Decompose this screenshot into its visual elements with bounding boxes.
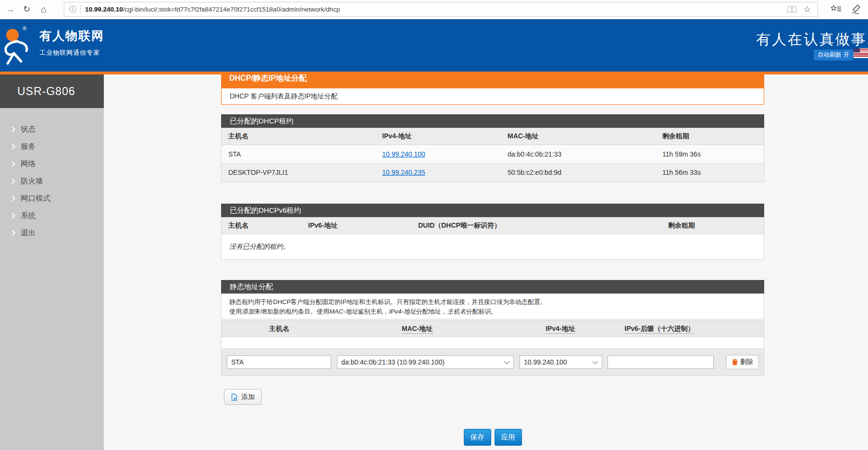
sidebar-item-label: 网络	[21, 159, 36, 169]
sidebar-item-label: 状态	[21, 124, 36, 134]
save-button[interactable]: 保存	[464, 429, 491, 446]
form-actions: 保存 应用	[221, 429, 764, 446]
lease-remaining: 11h 59m 36s	[656, 150, 764, 158]
web-note-pen-icon[interactable]	[851, 4, 861, 16]
chevron-right-icon	[10, 126, 15, 132]
sidebar-item-label: 防火墙	[21, 176, 43, 186]
lease-hostname: DESKTOP-VP7JLI1	[222, 169, 375, 176]
delete-button[interactable]: 删除	[726, 355, 759, 369]
col-ipv6-suffix: IPv6-后缀（十六进制）	[624, 325, 694, 334]
chevron-right-icon	[10, 178, 15, 183]
sidebar-item-logout[interactable]: 退出	[0, 224, 104, 242]
col-lease-remaining: 剩余租期	[656, 132, 764, 141]
sidebar-item-label: 网口模式	[21, 194, 50, 204]
apply-button[interactable]: 应用	[495, 429, 522, 446]
add-button-label: 添加	[241, 393, 255, 401]
brand-title: 有人物联网	[39, 28, 104, 44]
sidebar-item-network[interactable]: 网络	[0, 155, 104, 172]
url-text[interactable]: 10.99.240.10/cgi-bin/luci/;stok=fd77c7f2…	[85, 6, 787, 13]
description-line2: 使用添加来增加新的租约条目。使用MAC-地址鉴别主机，IPv4-地址分配地址，主…	[229, 307, 756, 316]
chevron-right-icon	[10, 230, 15, 235]
col-duid: DUID（DHCP唯一标识符）	[411, 221, 661, 230]
mac-address-select[interactable]: da:b0:4c:0b:21:33 (10.99.240.100)	[337, 355, 514, 369]
header-slogan: 有人在认真做事	[756, 30, 867, 49]
add-document-icon	[231, 393, 238, 401]
hub-favorites-icon[interactable]	[831, 5, 842, 15]
add-button[interactable]: 添加	[224, 389, 261, 405]
refresh-icon[interactable]: ↻	[23, 3, 30, 15]
section-title-dhcp-leases: 已分配的DHCP租约	[221, 114, 764, 128]
col-mac: MAC-地址	[501, 132, 656, 141]
ipv4-address-select[interactable]: 10.99.240.100	[520, 355, 602, 369]
brand-block: 有人物联网 工业物联网通信专家	[39, 28, 104, 57]
page-subtitle: DHCP 客户端列表及静态IP地址分配	[221, 88, 764, 105]
device-name: USR-G806	[0, 74, 104, 108]
sidebar-item-services[interactable]: 服务	[0, 138, 104, 155]
col-ipv4: IPv4-地址	[546, 325, 575, 334]
svg-text:®: ®	[23, 25, 26, 31]
app-header: ® 有人物联网 工业物联网通信专家 有人在认真做事 自动刷新 开	[0, 19, 868, 72]
trash-icon	[732, 359, 738, 365]
favorite-star-icon[interactable]: ☆	[804, 4, 811, 14]
dhcpv6-leases-table: 主机名 IPv6-地址 DUID（DHCP唯一标识符） 剩余租期 没有已分配的租…	[221, 217, 764, 260]
url-domain: 10.99.240.10	[85, 6, 123, 13]
ipv4-select-value: 10.99.240.100	[524, 358, 591, 366]
language-flag-icon[interactable]	[854, 48, 868, 58]
col-hostname: 主机名	[222, 132, 375, 141]
description-line1: 静态租约用于给DHCP客户端分配固定的IP地址和主机标识。只有指定的主机才能连接…	[229, 297, 756, 307]
chevron-right-icon	[10, 161, 15, 166]
delete-button-label: 删除	[740, 358, 753, 366]
sidebar-item-system[interactable]: 系统	[0, 207, 104, 224]
chevron-down-icon	[593, 359, 598, 364]
usr-logo: ®	[0, 24, 33, 69]
lease-hostname: STA	[222, 150, 375, 158]
browser-toolbar: → ↻ ⌂ ⓘ 10.99.240.10/cgi-bin/luci/;stok=…	[0, 0, 868, 19]
sidebar-nav: 状态 服务 网络 防火墙 网口模式 系统 退出	[0, 108, 104, 242]
brand-subtitle: 工业物联网通信专家	[39, 49, 104, 57]
forward-icon[interactable]: →	[6, 3, 14, 15]
sidebar-item-label: 服务	[21, 142, 36, 152]
lease-mac: da:b0:4c:0b:21:33	[501, 150, 656, 158]
table-header-row: 主机名 IPv4-地址 MAC-地址 剩余租期	[222, 128, 764, 145]
sidebar-item-firewall[interactable]: 防火墙	[0, 172, 104, 190]
col-hostname: 主机名	[222, 221, 301, 230]
table-row: DESKTOP-VP7JLI1 10.99.240.235 50:5b:c2:e…	[222, 163, 764, 182]
divider	[80, 5, 81, 14]
sidebar: USR-G806 状态 服务 网络 防火墙 网口模式 系统 退出	[0, 74, 104, 450]
col-ipv4: IPv4-地址	[375, 132, 501, 141]
url-path: /cgi-bin/luci/;stok=fd77c7f2fa847214e70f…	[123, 6, 340, 13]
auto-refresh-toggle[interactable]: 自动刷新 开	[814, 49, 853, 61]
ipv6-suffix-input[interactable]	[608, 355, 714, 369]
lease-remaining: 11h 56m 33s	[656, 169, 764, 176]
page-title: DHCP/静态IP地址分配	[221, 74, 764, 88]
main-content: DHCP/静态IP地址分配 DHCP 客户端列表及静态IP地址分配 已分配的DH…	[104, 74, 868, 450]
sidebar-item-label: 退出	[21, 228, 36, 238]
mac-select-value: da:b0:4c:0b:21:33 (10.99.240.100)	[341, 358, 503, 366]
address-bar[interactable]: ⓘ 10.99.240.10/cgi-bin/luci/;stok=fd77c7…	[64, 2, 818, 17]
table-header-row: 主机名 IPv6-地址 DUID（DHCP唯一标识符） 剩余租期	[222, 218, 764, 234]
dhcp-leases-table: 主机名 IPv4-地址 MAC-地址 剩余租期 STA 10.99.240.10…	[221, 128, 764, 182]
empty-leases-message: 没有已分配的租约。	[222, 234, 764, 259]
col-mac: MAC-地址	[402, 325, 433, 334]
static-leases-description: 静态租约用于给DHCP客户端分配固定的IP地址和主机标识。只有指定的主机才能连接…	[221, 293, 764, 319]
section-title-static-leases: 静态地址分配	[221, 280, 764, 293]
screen: → ↻ ⌂ ⓘ 10.99.240.10/cgi-bin/luci/;stok=…	[0, 0, 868, 450]
site-info-icon[interactable]: ⓘ	[69, 5, 76, 14]
col-hostname: 主机名	[269, 325, 289, 333]
sidebar-item-port-mode[interactable]: 网口模式	[0, 190, 104, 207]
lease-mac: 50:5b:c2:e0:bd:9d	[501, 169, 656, 176]
static-leases-table: 主机名 MAC-地址 IPv4-地址 IPv6-后缀（十六进制） da:b0:4…	[221, 320, 764, 376]
table-header-row: 主机名 MAC-地址 IPv4-地址 IPv6-后缀（十六进制）	[222, 321, 764, 337]
reading-view-icon[interactable]	[787, 6, 797, 13]
section-title-dhcpv6-leases: 已分配的DHCPv6租约	[221, 204, 764, 217]
col-ipv6: IPv6-地址	[301, 221, 411, 230]
hostname-input[interactable]	[227, 355, 331, 369]
home-icon[interactable]: ⌂	[41, 3, 47, 15]
table-row: STA 10.99.240.100 da:b0:4c:0b:21:33 11h …	[222, 145, 764, 163]
static-lease-entry-row: da:b0:4c:0b:21:33 (10.99.240.100) 10.99.…	[222, 349, 764, 376]
sidebar-item-status[interactable]: 状态	[0, 121, 104, 138]
chevron-right-icon	[10, 195, 15, 201]
lease-ipv4-link[interactable]: 10.99.240.235	[382, 169, 425, 176]
lease-ipv4-link[interactable]: 10.99.240.100	[382, 150, 425, 158]
table-spacer-row	[222, 337, 764, 349]
